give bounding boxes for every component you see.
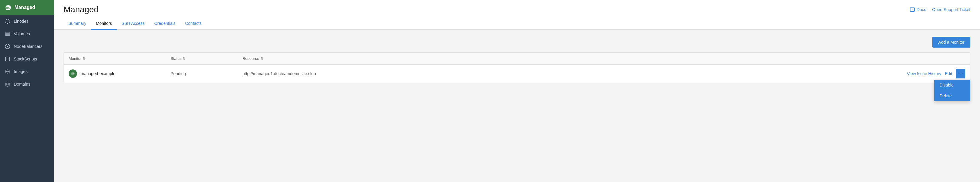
hexagon-icon — [5, 19, 10, 24]
sidebar-item-volumes[interactable]: Volumes — [0, 27, 54, 40]
table-row: managed-example Pending http://managed1.… — [64, 65, 970, 82]
tab-contacts[interactable]: Contacts — [180, 18, 206, 30]
cell-resource: http://managed1.docteamdemosite.club — [242, 71, 907, 76]
tab-ssh-access[interactable]: SSH Access — [117, 18, 150, 30]
docs-label: Docs — [916, 7, 926, 12]
svg-rect-1 — [5, 32, 10, 33]
monitor-status-icon — [68, 70, 77, 78]
stack-icon — [5, 31, 10, 36]
svg-rect-3 — [5, 35, 10, 36]
sidebar-item-label: Images — [14, 69, 27, 74]
cell-status: Pending — [170, 71, 242, 76]
tabs-bar: Summary Monitors SSH Access Credentials … — [64, 18, 970, 29]
row-actions: View Issue History Edit ⋯ Disable Delete — [907, 69, 965, 78]
sort-icon-resource: ⇅ — [261, 57, 263, 60]
sidebar-item-images[interactable]: Images — [0, 65, 54, 78]
sidebar-brand-label: Managed — [14, 5, 35, 10]
svg-marker-0 — [5, 19, 10, 24]
page-content: Add a Monitor Monitor ⇅ Status ⇅ Resourc… — [54, 30, 980, 182]
sidebar-item-label: Domains — [14, 82, 30, 87]
sidebar-item-stackscripts[interactable]: StackScripts — [0, 53, 54, 65]
tab-credentials[interactable]: Credentials — [150, 18, 180, 30]
svg-rect-2 — [5, 33, 10, 35]
main-content: Managed ≡ Docs Open Support Ticket Summa… — [54, 0, 980, 182]
coins-icon — [5, 69, 10, 74]
more-options-button[interactable]: ⋯ — [956, 69, 965, 78]
docs-icon: ≡ — [910, 8, 915, 12]
column-header-status[interactable]: Status ⇅ — [170, 56, 242, 61]
sidebar-item-nodebalancers[interactable]: NodeBalancers — [0, 40, 54, 53]
svg-point-14 — [71, 72, 75, 76]
globe-icon — [5, 81, 10, 87]
ellipsis-icon: ⋯ — [958, 71, 963, 77]
header-actions: ≡ Docs Open Support Ticket — [910, 7, 970, 12]
svg-point-10 — [6, 70, 9, 71]
sort-icon-monitor: ⇅ — [83, 57, 86, 60]
dropdown-item-delete[interactable]: Delete — [934, 90, 970, 101]
sidebar-item-label: Volumes — [14, 32, 30, 36]
sidebar-item-label: StackScripts — [14, 57, 37, 62]
tab-monitors[interactable]: Monitors — [91, 18, 117, 30]
sidebar-brand[interactable]: Managed — [0, 0, 54, 15]
monitors-table: Monitor ⇅ Status ⇅ Resource ⇅ — [64, 52, 970, 83]
sidebar-item-domains[interactable]: Domains — [0, 78, 54, 90]
docs-link[interactable]: ≡ Docs — [910, 7, 926, 12]
cell-monitor: managed-example — [68, 70, 170, 78]
sidebar-item-linodes[interactable]: Linodes — [0, 15, 54, 27]
column-header-monitor[interactable]: Monitor ⇅ — [68, 56, 170, 61]
circle-grid-icon — [5, 44, 10, 49]
edit-link[interactable]: Edit — [945, 71, 952, 76]
support-ticket-link[interactable]: Open Support Ticket — [932, 7, 970, 12]
sidebar: Managed Linodes Volumes NodeBalancers St… — [0, 0, 54, 182]
column-header-resource[interactable]: Resource ⇅ — [242, 56, 965, 61]
monitor-name: managed-example — [81, 71, 115, 76]
leaf-icon — [5, 4, 11, 11]
page-header: Managed ≡ Docs Open Support Ticket Summa… — [54, 0, 980, 30]
dropdown-menu: Disable Delete — [934, 80, 970, 101]
sort-icon-status: ⇅ — [183, 57, 186, 60]
tab-summary[interactable]: Summary — [64, 18, 91, 30]
script-icon — [5, 56, 10, 62]
dropdown-item-disable[interactable]: Disable — [934, 80, 970, 90]
table-header-row: Monitor ⇅ Status ⇅ Resource ⇅ — [64, 53, 970, 65]
page-title: Managed — [64, 5, 99, 14]
svg-point-5 — [7, 46, 8, 47]
add-monitor-button[interactable]: Add a Monitor — [932, 37, 970, 47]
sidebar-item-label: NodeBalancers — [14, 44, 43, 49]
sidebar-item-label: Linodes — [14, 19, 29, 24]
view-issue-history-link[interactable]: View Issue History — [907, 71, 941, 76]
